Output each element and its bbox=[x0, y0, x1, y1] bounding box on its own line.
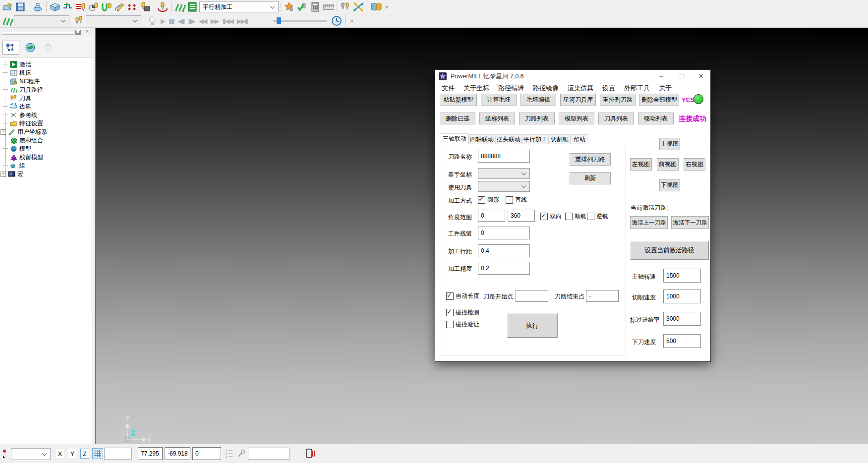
explorer-globe-tab[interactable] bbox=[22, 41, 39, 55]
axis-x-button[interactable]: X bbox=[56, 449, 64, 459]
skim-feed-input[interactable] bbox=[663, 312, 701, 326]
model-list-button[interactable]: 模型列表 bbox=[559, 113, 594, 124]
menu-about[interactable]: 关于 bbox=[654, 84, 676, 93]
stock-edit-button[interactable]: 毛坯编辑 bbox=[521, 94, 556, 106]
sim-toolbar-close-icon[interactable]: × bbox=[348, 15, 356, 27]
tree-item-boundaries[interactable]: 边界 bbox=[3, 103, 31, 111]
tree-item-label[interactable]: 激活 bbox=[19, 60, 31, 69]
view-right-button[interactable]: 右视图 bbox=[684, 158, 705, 171]
save-icon[interactable] bbox=[14, 1, 26, 13]
tool-holder-icon[interactable] bbox=[139, 1, 151, 13]
tree-item-label[interactable]: 层和组合 bbox=[19, 136, 43, 145]
view-front-button[interactable]: 前视图 bbox=[657, 158, 679, 171]
tree-item-label[interactable]: 机床 bbox=[19, 69, 31, 77]
fast-forward-button[interactable]: ▶▶ bbox=[211, 17, 219, 25]
auto-length-checkbox[interactable]: 自动长度 bbox=[446, 292, 479, 300]
both-direction-checkbox[interactable]: 双向 bbox=[540, 212, 562, 221]
tree-item-nc-program[interactable]: NC程序 bbox=[3, 77, 40, 85]
axis-z-button[interactable]: Z bbox=[80, 449, 89, 459]
tree-item-label[interactable]: 组 bbox=[19, 162, 25, 170]
drive-list-button[interactable]: 驱动列表 bbox=[638, 113, 674, 124]
powermill-toolpath-icon[interactable] bbox=[174, 1, 186, 13]
explorer-tree-tab[interactable] bbox=[2, 41, 19, 55]
tree-item-groups[interactable]: 组 bbox=[3, 162, 25, 170]
plunge-speed-input[interactable] bbox=[663, 334, 701, 348]
transform-arrows-icon[interactable] bbox=[352, 1, 364, 13]
expand-icon[interactable]: + bbox=[0, 172, 6, 177]
view-top-button[interactable]: 上视图 bbox=[659, 138, 680, 150]
pause-button[interactable]: ▮▮ bbox=[169, 17, 174, 25]
tab-3axis[interactable]: 三轴联动 bbox=[441, 133, 468, 145]
grid-size-input[interactable] bbox=[104, 448, 132, 460]
stock-remain-input[interactable] bbox=[478, 227, 530, 239]
collision-avoid-checkbox[interactable]: 碰撞避让 bbox=[446, 320, 479, 329]
clipboard-pause-icon[interactable] bbox=[305, 448, 315, 459]
curve-edit-icon[interactable] bbox=[114, 1, 125, 13]
draw-marker-icon[interactable] bbox=[2, 449, 10, 458]
tab-help[interactable]: 帮助 bbox=[571, 134, 588, 144]
angle-from-input[interactable] bbox=[478, 210, 505, 222]
calculator-icon[interactable] bbox=[309, 1, 321, 13]
play-button[interactable]: ▶ bbox=[161, 17, 165, 25]
tree-item-macros[interactable]: +宏 bbox=[0, 170, 23, 178]
explorer-float-icon[interactable] bbox=[75, 30, 81, 35]
delete-selected-button[interactable]: 删除已选 bbox=[440, 113, 475, 124]
speed-slider[interactable] bbox=[273, 16, 327, 25]
tree-item-toolpaths[interactable]: 刀具路径 bbox=[3, 86, 43, 94]
tree-item-stock-models[interactable]: 残留模型 bbox=[3, 153, 43, 161]
rewind-button[interactable]: ◀◀ bbox=[199, 17, 207, 25]
toolbar-close-icon[interactable]: × bbox=[383, 1, 391, 13]
feed-rate-icon[interactable] bbox=[62, 1, 74, 13]
maximize-button[interactable]: ▢ bbox=[675, 70, 690, 82]
menu-path-mirror[interactable]: 路径镜像 bbox=[528, 84, 563, 93]
tree-item-label[interactable]: 模型 bbox=[19, 145, 31, 153]
execute-button[interactable]: 执行 bbox=[507, 313, 558, 338]
tree-item-workplanes[interactable]: +用户坐标系 bbox=[0, 128, 47, 136]
based-coord-dropdown[interactable] bbox=[478, 168, 530, 179]
cutting-speed-input[interactable] bbox=[663, 289, 701, 303]
level-dropdown[interactable] bbox=[11, 448, 51, 460]
activate-prev-toolpath-button[interactable]: 激活上一刀路 bbox=[630, 216, 668, 229]
go-start-button[interactable]: ▮◀◀ bbox=[223, 17, 233, 25]
tree-item-feature-sets[interactable]: 特征设置 bbox=[3, 119, 43, 127]
explorer-recycle-bin-tab[interactable] bbox=[40, 41, 57, 55]
stepover-input[interactable] bbox=[478, 244, 530, 257]
tree-item-label[interactable]: 边界 bbox=[19, 103, 31, 111]
block-icon[interactable] bbox=[49, 1, 61, 13]
tree-item-patterns[interactable]: 参考线 bbox=[3, 111, 37, 119]
toolpath-name-input[interactable] bbox=[478, 150, 530, 163]
tool-library-button[interactable]: 星河刀具库 bbox=[560, 94, 596, 106]
tool-list-button[interactable]: 刀具列表 bbox=[598, 113, 634, 124]
tab-parallel[interactable]: 平行加工 bbox=[522, 134, 549, 144]
explorer-close-icon[interactable]: × bbox=[86, 28, 89, 34]
use-tool-dropdown[interactable] bbox=[478, 181, 530, 192]
set-active-path-button[interactable]: 设置当前激活路径 bbox=[630, 241, 709, 260]
clock-icon[interactable] bbox=[331, 15, 343, 27]
tool-check-icon[interactable] bbox=[296, 1, 308, 13]
toolpath-strategy-icon[interactable] bbox=[101, 1, 113, 13]
delete-all-models-button[interactable]: 删除全部模型 bbox=[639, 94, 679, 106]
refresh-button[interactable]: 刷新 bbox=[570, 172, 611, 184]
probe-icon[interactable] bbox=[237, 449, 246, 459]
speed-slider-handle[interactable] bbox=[277, 17, 281, 24]
tab-swivel-head[interactable]: 摆头联动 bbox=[495, 134, 522, 144]
open-project-icon[interactable] bbox=[1, 1, 13, 13]
toolpath-list-button[interactable]: 刀路列表 bbox=[519, 113, 555, 124]
go-end-button[interactable]: ▶▶▮ bbox=[237, 17, 247, 25]
menu-render-sim[interactable]: 渲染仿真 bbox=[563, 84, 598, 93]
tree-item-machine[interactable]: 机床 bbox=[3, 69, 31, 77]
minimize-button[interactable]: – bbox=[654, 70, 669, 82]
circle-checkbox[interactable]: 圆形 bbox=[478, 196, 499, 204]
menu-file[interactable]: 文件 bbox=[437, 84, 459, 93]
tree-item-label[interactable]: 参考线 bbox=[19, 111, 37, 119]
tree-item-label[interactable]: 特征设置 bbox=[19, 119, 43, 128]
climb-mill-checkbox[interactable]: 顺铣 bbox=[565, 212, 586, 221]
print-icon[interactable] bbox=[32, 1, 44, 13]
path-start-input[interactable] bbox=[516, 290, 548, 302]
conventional-mill-checkbox[interactable]: 逆铣 bbox=[587, 212, 608, 221]
tool-sphere-icon[interactable] bbox=[88, 1, 100, 13]
tree-item-levels-sets[interactable]: 层和组合 bbox=[3, 136, 43, 144]
cursor-x-input[interactable] bbox=[138, 447, 163, 460]
strategy-dropdown[interactable]: 平行精加工 bbox=[199, 1, 279, 12]
menu-coords[interactable]: 关于坐标 bbox=[459, 84, 494, 93]
